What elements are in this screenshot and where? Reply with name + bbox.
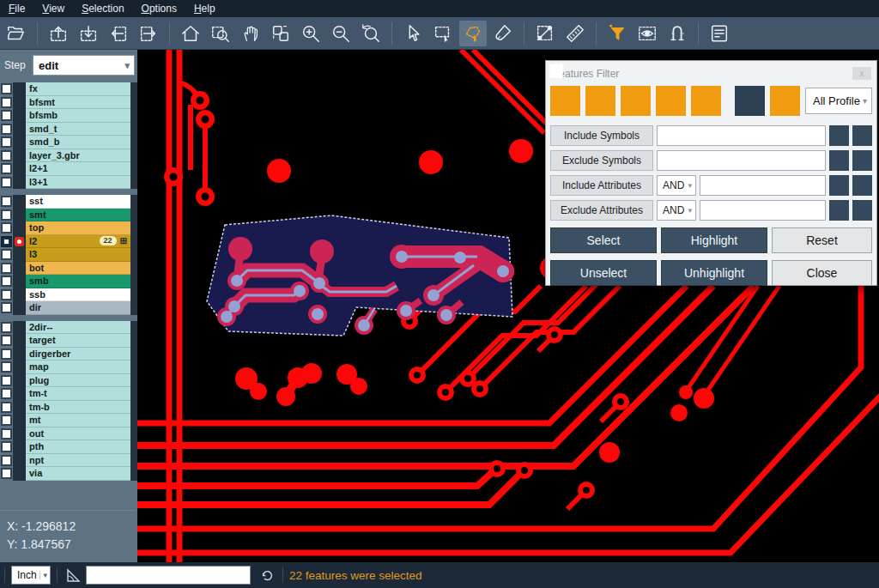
layer-visibility-checkbox[interactable] <box>0 414 13 427</box>
layer-name[interactable]: dir <box>26 301 130 315</box>
scroll-strip[interactable] <box>130 427 137 441</box>
view-area-button[interactable] <box>633 21 661 46</box>
layer-row-top[interactable]: top <box>0 221 137 235</box>
active-layer-indicator[interactable] <box>13 334 26 348</box>
layer-name[interactable]: smd_b <box>26 136 130 149</box>
pick-add-from-screen-button[interactable] <box>852 200 872 221</box>
exclude-attributes-logic-dropdown[interactable]: AND▾ <box>657 200 696 221</box>
layer-name[interactable]: tm-t <box>26 387 130 401</box>
active-layer-indicator[interactable] <box>13 427 26 441</box>
layer-row-tm-t[interactable]: tm-t <box>0 387 137 401</box>
active-layer-indicator[interactable] <box>13 248 26 262</box>
scroll-strip[interactable] <box>130 235 137 249</box>
layer-visibility-checkbox[interactable] <box>0 123 13 136</box>
layer-name[interactable]: out <box>26 427 130 441</box>
pick-add-from-screen-button[interactable] <box>852 125 872 146</box>
pick-add-from-screen-button[interactable] <box>852 150 872 171</box>
layer-name[interactable]: top <box>26 221 130 235</box>
unhighlight-button[interactable]: Unhighlight <box>661 260 767 286</box>
filter-pad-button[interactable] <box>585 86 615 116</box>
filter-remove-button[interactable] <box>770 86 800 116</box>
layer-row-pth[interactable]: pth <box>0 440 137 454</box>
layer-visibility-checkbox[interactable] <box>0 440 13 454</box>
move-up-button[interactable] <box>45 21 72 46</box>
active-layer-indicator[interactable] <box>13 96 26 110</box>
layer-name[interactable]: l3+1 <box>26 176 130 190</box>
zoom-window-button[interactable] <box>207 21 234 46</box>
layer-visibility-checkbox[interactable] <box>0 248 13 262</box>
layer-visibility-checkbox[interactable] <box>0 96 13 110</box>
active-layer-indicator[interactable] <box>13 162 26 176</box>
active-layer-indicator[interactable] <box>13 361 26 374</box>
exclude-symbols-input[interactable] <box>657 150 826 171</box>
scroll-strip[interactable] <box>130 149 137 163</box>
layer-visibility-checkbox[interactable] <box>0 209 13 222</box>
active-layer-indicator[interactable] <box>13 221 26 235</box>
select-rectangle-button[interactable] <box>429 21 457 46</box>
menu-item-options[interactable]: Options <box>133 1 185 16</box>
layer-visibility-checkbox[interactable] <box>0 195 13 209</box>
layer-row-via[interactable]: via <box>0 467 137 481</box>
layer-visibility-checkbox[interactable] <box>0 301 13 315</box>
layer-row-smd_b[interactable]: smd_b <box>0 136 137 149</box>
layer-visibility-checkbox[interactable] <box>0 82 13 96</box>
include-attributes-input[interactable] <box>700 175 826 196</box>
move-right-button[interactable] <box>135 21 162 46</box>
layer-visibility-checkbox[interactable] <box>0 334 13 348</box>
filter-arc-button[interactable] <box>656 86 686 116</box>
active-layer-indicator[interactable] <box>13 301 26 315</box>
profile-dropdown[interactable]: All Profile▾ <box>805 88 872 114</box>
swap-view-button[interactable] <box>267 21 294 46</box>
scroll-strip[interactable] <box>130 440 137 454</box>
scroll-strip[interactable] <box>130 374 137 388</box>
filter-surface-button[interactable] <box>621 86 651 116</box>
home-view-button[interactable] <box>177 21 204 46</box>
layer-visibility-checkbox[interactable] <box>0 387 13 401</box>
layer-name[interactable]: l3 <box>26 248 130 262</box>
scroll-strip[interactable] <box>130 209 137 222</box>
layer-row-2dir--[interactable]: 2dir-- <box>0 321 137 335</box>
layer-row-bot[interactable]: bot <box>0 262 137 276</box>
menu-item-view[interactable]: View <box>33 1 73 16</box>
scroll-strip[interactable] <box>130 414 137 427</box>
measure-distance-button[interactable] <box>531 21 559 46</box>
layer-visibility-checkbox[interactable] <box>0 454 13 468</box>
zoom-previous-button[interactable] <box>357 21 385 46</box>
layer-row-sst[interactable]: sst <box>0 195 137 209</box>
layer-visibility-checkbox[interactable] <box>0 361 13 374</box>
layer-visibility-checkbox[interactable] <box>0 221 13 235</box>
layer-name[interactable]: bfsmb <box>26 109 130 123</box>
layer-name[interactable]: l222⊞ <box>26 235 130 249</box>
select-pointer-button[interactable] <box>399 21 427 46</box>
select-polygon-button[interactable] <box>459 21 487 46</box>
layer-name[interactable]: sst <box>26 195 130 209</box>
scroll-strip[interactable] <box>130 275 137 288</box>
refresh-icon[interactable] <box>258 568 276 583</box>
layer-name[interactable]: via <box>26 467 130 481</box>
active-layer-indicator[interactable] <box>13 288 26 302</box>
layer-row-fx[interactable]: fx <box>0 82 137 96</box>
active-layer-indicator[interactable] <box>13 195 26 209</box>
select-button[interactable]: Select <box>550 227 657 253</box>
scroll-strip[interactable] <box>130 262 137 276</box>
layer-row-bfsmb[interactable]: bfsmb <box>0 109 137 123</box>
layer-visibility-checkbox[interactable] <box>0 401 13 415</box>
pick-from-screen-button[interactable] <box>829 175 849 196</box>
scroll-strip[interactable] <box>130 96 137 110</box>
active-layer-indicator[interactable] <box>13 136 26 149</box>
active-layer-indicator[interactable] <box>13 401 26 415</box>
layer-visibility-checkbox[interactable] <box>0 374 13 388</box>
layer-name[interactable]: 2dir-- <box>26 321 130 335</box>
include-attributes-button[interactable]: Include Attributes <box>550 175 653 196</box>
clear-brush-button[interactable] <box>489 21 517 46</box>
layer-name[interactable]: plug <box>26 374 130 388</box>
ruler-button[interactable] <box>561 21 589 46</box>
scroll-strip[interactable] <box>130 321 137 335</box>
step-dropdown[interactable]: edit ▾ <box>33 55 135 76</box>
scroll-strip[interactable] <box>130 401 137 415</box>
scroll-strip[interactable] <box>130 195 137 209</box>
menu-item-help[interactable]: Help <box>185 1 224 16</box>
layer-row-npt[interactable]: npt <box>0 454 137 468</box>
move-down-button[interactable] <box>75 21 102 46</box>
pick-from-screen-button[interactable] <box>829 200 849 221</box>
